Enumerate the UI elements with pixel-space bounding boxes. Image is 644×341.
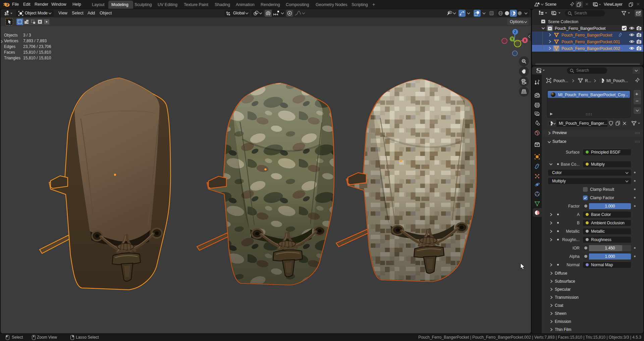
svg-text:X: X [524,39,526,42]
svg-text:Y: Y [511,37,514,41]
svg-text:Z: Z [514,30,516,34]
